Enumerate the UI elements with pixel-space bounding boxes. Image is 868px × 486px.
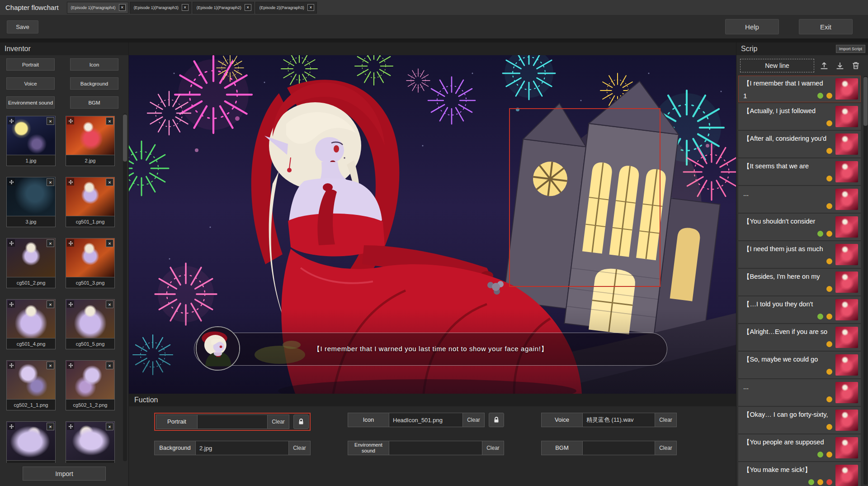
script-line[interactable]: 【Alright…Even if you are so <box>738 324 861 351</box>
script-line[interactable]: 【It seems that we are <box>738 158 861 185</box>
inventory-item[interactable]: × <box>66 421 115 463</box>
tab[interactable]: (Episode 1)(Paragraph2) × <box>193 2 254 14</box>
environment-sound-clear-button[interactable]: Clear <box>482 441 504 455</box>
script-line[interactable]: 【After all, considering you'd <box>738 131 861 157</box>
script-scrollbar[interactable] <box>863 76 868 485</box>
icon-label-button[interactable]: Icon <box>348 413 389 427</box>
save-button[interactable]: Save <box>7 20 38 33</box>
inventory-item[interactable]: × cg501_3.png <box>66 238 115 288</box>
thumb-close-button[interactable]: × <box>47 117 54 125</box>
category-button-voice[interactable]: Voice <box>6 77 55 90</box>
inventory-item[interactable]: × cg501_5.png <box>66 299 115 349</box>
thumb-close-button[interactable]: × <box>47 178 54 186</box>
stage-canvas[interactable]: 【I remember that I warned you last time … <box>129 55 736 394</box>
inventor-scrollbar[interactable] <box>123 114 127 461</box>
environment-sound-value-input[interactable] <box>389 441 482 455</box>
thumb-image[interactable]: × <box>6 177 56 216</box>
thumb-image[interactable]: × <box>66 360 115 400</box>
portrait-label-button[interactable]: Portrait <box>156 415 198 429</box>
thumb-close-button[interactable]: × <box>106 239 113 247</box>
thumb-close-button[interactable]: × <box>106 117 113 125</box>
script-line[interactable]: 【Okay… I can go forty-sixty, <box>738 407 861 434</box>
inventor-scrollbar-thumb[interactable] <box>123 114 127 162</box>
thumb-close-button[interactable]: × <box>47 239 54 247</box>
new-line-button[interactable]: New line <box>740 59 814 72</box>
portrait-clear-button[interactable]: Clear <box>268 415 289 429</box>
thumb-image[interactable]: × <box>66 238 115 277</box>
tab[interactable]: (Episode 2)(Paragraph3) × <box>255 2 317 14</box>
voice-value-input[interactable]: 精灵蓝色 (11).wav <box>583 413 655 427</box>
portrait-lock-button[interactable] <box>293 415 309 429</box>
thumb-image[interactable]: × <box>66 177 115 216</box>
bgm-label-button[interactable]: BGM <box>541 441 583 455</box>
category-button-portrait[interactable]: Portrait <box>6 58 55 71</box>
script-line[interactable]: ... <box>738 186 861 213</box>
voice-clear-button[interactable]: Clear <box>655 413 677 427</box>
exit-button[interactable]: Exit <box>799 19 853 34</box>
thumb-image[interactable]: × <box>6 116 56 155</box>
thumb-close-button[interactable]: × <box>106 178 113 186</box>
script-line[interactable]: 【You people are supposed <box>738 434 861 461</box>
export-lines-button[interactable] <box>818 60 830 71</box>
thumb-close-button[interactable]: × <box>106 300 113 308</box>
inventory-item[interactable]: × cg502_1_1.png <box>6 360 56 410</box>
background-clear-button[interactable]: Clear <box>289 441 311 455</box>
category-button-bgm[interactable]: BGM <box>70 96 118 109</box>
tab-close-button[interactable]: × <box>307 4 314 11</box>
thumb-image[interactable]: × <box>6 238 56 277</box>
environment-sound-label-button[interactable]: Environment sound <box>348 441 389 455</box>
icon-clear-button[interactable]: Clear <box>463 413 485 427</box>
voice-label-button[interactable]: Voice <box>541 413 583 427</box>
thumb-close-button[interactable]: × <box>47 423 54 430</box>
import-script-button[interactable]: Import Script <box>836 45 865 53</box>
tab[interactable]: (Episode 1)(Paragraph4) × <box>67 2 128 14</box>
tab[interactable]: (Episode 1)(Paragraph3) × <box>130 2 191 14</box>
inventory-item[interactable]: × 3.jpg <box>6 177 56 227</box>
dialog-box[interactable]: 【I remember that I warned you last time … <box>194 333 667 366</box>
script-line[interactable]: 【I remember that I warned 1 <box>738 76 861 102</box>
thumb-image[interactable]: × <box>6 360 56 400</box>
script-line[interactable]: 【You shouldn't consider <box>738 214 861 240</box>
script-scrollbar-thumb[interactable] <box>863 77 868 126</box>
bgm-value-input[interactable] <box>583 441 655 455</box>
inventory-item[interactable]: × <box>6 421 56 463</box>
script-line[interactable]: 【I need them just as much <box>738 241 861 268</box>
thumb-close-button[interactable]: × <box>106 362 113 369</box>
script-line[interactable]: 【You make me sick!】 <box>738 462 861 486</box>
icon-value-input[interactable]: HeadIcon_501.png <box>389 413 463 427</box>
thumb-image[interactable]: × <box>66 299 115 338</box>
tab-close-button[interactable]: × <box>245 4 251 11</box>
inventory-item[interactable]: × cg502_1_2.png <box>66 360 115 410</box>
category-button-environment-sound[interactable]: Environment sound <box>6 96 55 109</box>
thumb-image[interactable]: × <box>66 421 115 461</box>
thumb-image[interactable]: × <box>6 299 56 338</box>
script-line[interactable]: 【Actually, I just followed <box>738 103 861 130</box>
thumb-image[interactable]: × <box>66 116 115 155</box>
thumb-close-button[interactable]: × <box>106 423 113 430</box>
inventory-item[interactable]: × cg501_2.png <box>6 238 56 288</box>
inventory-item[interactable]: × cg501_4.png <box>6 299 56 349</box>
portrait-value-input[interactable] <box>198 415 268 429</box>
background-label-button[interactable]: Background <box>154 441 196 455</box>
thumb-close-button[interactable]: × <box>47 300 54 308</box>
bgm-clear-button[interactable]: Clear <box>655 441 677 455</box>
inventory-item[interactable]: × 1.jpg <box>6 116 56 166</box>
help-button[interactable]: Help <box>725 19 779 34</box>
thumb-close-button[interactable]: × <box>47 362 54 369</box>
script-line[interactable]: 【Besides, I'm here on my <box>738 269 861 295</box>
insert-line-button[interactable] <box>834 60 846 71</box>
background-value-input[interactable]: 2.jpg <box>196 441 289 455</box>
category-button-icon[interactable]: Icon <box>70 58 118 71</box>
tab-close-button[interactable]: × <box>119 4 126 11</box>
script-line[interactable]: 【So, maybe we could go <box>738 352 861 378</box>
dialog-avatar[interactable] <box>196 326 240 371</box>
icon-lock-button[interactable] <box>489 413 504 427</box>
tab-close-button[interactable]: × <box>182 4 189 11</box>
thumb-image[interactable]: × <box>6 421 56 461</box>
script-line[interactable]: ... <box>738 379 861 406</box>
import-button[interactable]: Import <box>23 467 106 481</box>
script-line[interactable]: 【…I told you they don't <box>738 296 861 323</box>
inventory-item[interactable]: × 2.jpg <box>66 116 115 166</box>
category-button-background[interactable]: Background <box>70 77 118 90</box>
inventory-item[interactable]: × cg501_1.png <box>66 177 115 227</box>
